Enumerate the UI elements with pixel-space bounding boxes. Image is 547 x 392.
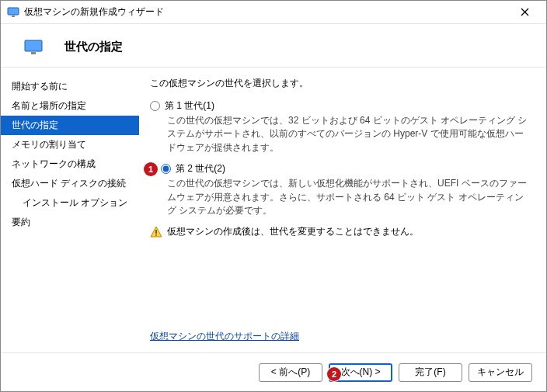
- svg-rect-1: [12, 16, 15, 17]
- svg-rect-5: [31, 52, 36, 54]
- gen1-label: 第 1 世代(1): [165, 99, 214, 113]
- close-icon: [521, 8, 529, 16]
- gen1-option[interactable]: 第 1 世代(1): [150, 99, 529, 113]
- back-button[interactable]: < 前へ(P): [259, 363, 322, 382]
- step-network[interactable]: ネットワークの構成: [1, 154, 139, 174]
- warning-text: 仮想マシンの作成後は、世代を変更することはできません。: [167, 225, 419, 238]
- page-title: 世代の指定: [64, 40, 123, 54]
- svg-rect-7: [155, 230, 157, 234]
- gen1-description: この世代の仮想マシンでは、32 ビットおよび 64 ビットのゲスト オペレーティ…: [167, 114, 529, 154]
- intro-text: この仮想マシンの世代を選択します。: [150, 77, 529, 90]
- warning-row: 仮想マシンの作成後は、世代を変更することはできません。: [150, 225, 529, 241]
- step-generation[interactable]: 世代の指定: [1, 116, 139, 135]
- step-install-options[interactable]: インストール オプション: [1, 193, 139, 213]
- window-title: 仮想マシンの新規作成ウィザード: [24, 5, 509, 19]
- callout-badge-2: 2: [327, 367, 341, 381]
- cancel-button[interactable]: キャンセル: [469, 363, 532, 382]
- button-bar: < 前へ(P) 2 次へ(N) > 完了(F) キャンセル: [1, 352, 546, 391]
- step-name-location[interactable]: 名前と場所の指定: [1, 96, 139, 116]
- gen2-label: 第 2 世代(2): [176, 162, 225, 175]
- step-before-you-begin[interactable]: 開始する前に: [1, 77, 139, 96]
- page-header: 世代の指定: [1, 24, 546, 68]
- gen2-option[interactable]: 第 2 世代(2): [139, 162, 529, 175]
- app-icon: [7, 6, 19, 19]
- finish-button[interactable]: 完了(F): [399, 363, 462, 382]
- step-summary[interactable]: 要約: [1, 213, 139, 232]
- gen2-description: この世代の仮想マシンでは、新しい仮想化機能がサポートされ、UEFI ベースのファ…: [167, 177, 529, 217]
- generation-support-details-link[interactable]: 仮想マシンの世代のサポートの詳細: [150, 330, 299, 343]
- warning-icon: [150, 226, 162, 241]
- gen1-radio[interactable]: [150, 101, 160, 111]
- title-bar: 仮想マシンの新規作成ウィザード: [1, 1, 546, 24]
- close-button[interactable]: [509, 1, 540, 24]
- content-panel: この仮想マシンの世代を選択します。 第 1 世代(1) この世代の仮想マシンでは…: [139, 68, 546, 352]
- step-memory[interactable]: メモリの割り当て: [1, 135, 139, 154]
- wizard-steps-sidebar: 開始する前に 名前と場所の指定 世代の指定 メモリの割り当て ネットワークの構成…: [1, 68, 139, 352]
- svg-rect-8: [155, 234, 157, 236]
- svg-rect-4: [25, 40, 42, 51]
- step-vhd[interactable]: 仮想ハード ディスクの接続: [1, 174, 139, 193]
- svg-rect-0: [8, 8, 19, 15]
- gen2-radio[interactable]: [161, 164, 171, 174]
- wizard-icon: [24, 38, 43, 57]
